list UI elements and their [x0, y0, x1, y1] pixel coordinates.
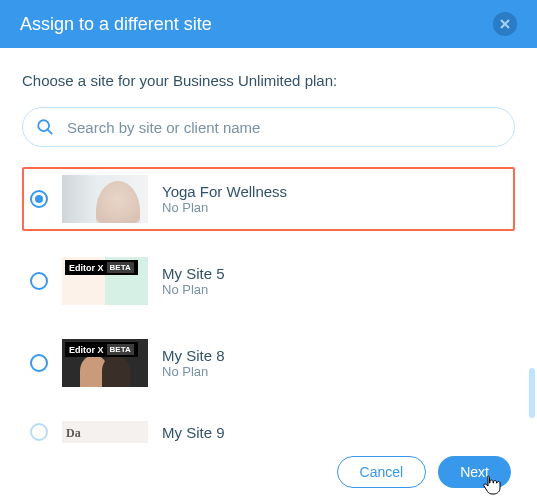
site-thumbnail	[62, 175, 148, 223]
close-button[interactable]	[493, 12, 517, 36]
cancel-button[interactable]: Cancel	[337, 456, 427, 488]
site-row-my-site-8[interactable]: Editor XBETA My Site 8 No Plan	[22, 331, 515, 395]
modal-footer: Cancel Next	[337, 456, 511, 488]
site-info: My Site 5 No Plan	[162, 265, 225, 297]
close-icon	[500, 19, 510, 29]
editor-x-badge: Editor XBETA	[65, 342, 138, 357]
site-plan: No Plan	[162, 282, 225, 297]
radio-unselected[interactable]	[30, 423, 48, 441]
editor-x-badge: Editor XBETA	[65, 260, 138, 275]
next-button[interactable]: Next	[438, 456, 511, 488]
site-name: My Site 8	[162, 347, 225, 364]
site-plan: No Plan	[162, 364, 225, 379]
radio-selected[interactable]	[30, 190, 48, 208]
site-thumbnail: Da	[62, 421, 148, 443]
site-name: My Site 5	[162, 265, 225, 282]
site-row-my-site-9[interactable]: Da My Site 9	[22, 413, 515, 445]
search-icon	[36, 118, 54, 136]
search-input[interactable]	[22, 107, 515, 147]
site-info: Yoga For Wellness No Plan	[162, 183, 287, 215]
site-info: My Site 9	[162, 424, 225, 441]
site-thumbnail: Editor XBETA	[62, 257, 148, 305]
site-row-yoga-for-wellness[interactable]: Yoga For Wellness No Plan	[22, 167, 515, 231]
site-list: Yoga For Wellness No Plan Editor XBETA M…	[22, 167, 515, 445]
radio-unselected[interactable]	[30, 272, 48, 290]
assign-site-modal: Assign to a different site Choose a site…	[0, 0, 537, 500]
svg-line-3	[48, 130, 53, 135]
site-info: My Site 8 No Plan	[162, 347, 225, 379]
site-row-my-site-5[interactable]: Editor XBETA My Site 5 No Plan	[22, 249, 515, 313]
scrollbar-thumb[interactable]	[529, 368, 535, 418]
search-field	[22, 107, 515, 147]
modal-header: Assign to a different site	[0, 0, 537, 48]
site-plan: No Plan	[162, 200, 287, 215]
site-name: Yoga For Wellness	[162, 183, 287, 200]
radio-unselected[interactable]	[30, 354, 48, 372]
modal-title: Assign to a different site	[20, 14, 212, 35]
prompt-text: Choose a site for your Business Unlimite…	[22, 72, 515, 89]
modal-body: Choose a site for your Business Unlimite…	[0, 48, 537, 500]
site-name: My Site 9	[162, 424, 225, 441]
svg-point-2	[38, 120, 49, 131]
site-thumbnail: Editor XBETA	[62, 339, 148, 387]
